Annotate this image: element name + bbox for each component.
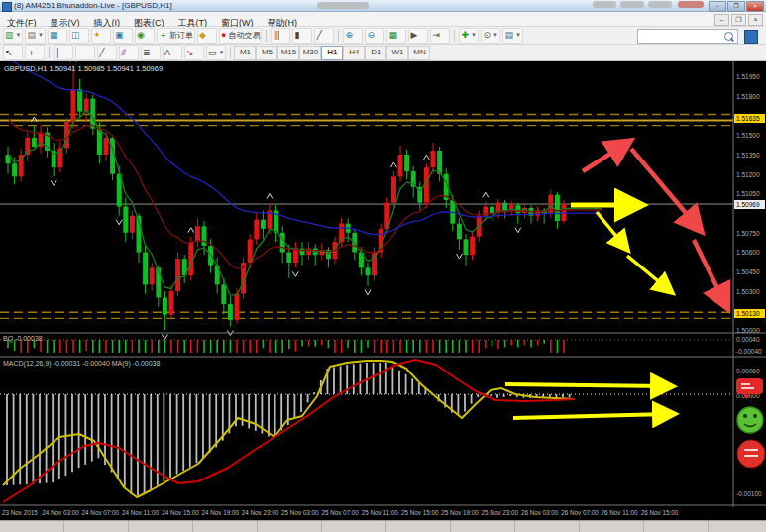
svg-text:25 Nov 03:00: 25 Nov 03:00 [281,509,319,516]
shapes-tool-icon: ▭ [208,47,217,59]
time-axis: 23 Nov 201524 Nov 03:0024 Nov 07:0024 No… [2,509,679,516]
autotrading-button[interactable]: ●自动交易 [219,28,262,44]
mdi-window-controls: –❐× [714,14,763,26]
overlapping-window-fragment [317,2,369,9]
svg-text:24 Nov 15:00: 24 Nov 15:00 [162,509,199,516]
timeframe-d1-button[interactable]: D1 [365,46,386,60]
auto-scroll-button[interactable]: ▶ [408,28,428,44]
autotrading-button-label: 自动交易 [228,29,260,42]
drawing-toolbar: ↖＋│─╱⫻≣A↘▭▼M1M5M15M30H1H4D1W1MN [0,45,766,61]
timeframe-m15-button[interactable]: M15 [277,46,299,60]
mdi-restore-button[interactable]: ❐ [731,14,746,26]
chart-shift-button[interactable]: ⇥ [430,28,450,44]
svg-text:1.51050: 1.51050 [736,190,760,197]
candlestick-chart-icon: ▮ [294,29,299,42]
horizontal-line-tool-button[interactable]: ─ [75,45,95,60]
status-strip [0,520,766,532]
minimize-button[interactable]: – [709,1,726,12]
periods-icon: ⊙ [483,29,491,42]
cursor-tool-icon: ↖ [5,47,13,59]
shapes-tool-button[interactable]: ▭▼ [206,45,226,60]
candlestick-chart-button[interactable]: ▮ [292,28,312,44]
mdi-close-button[interactable]: × [748,14,763,26]
strategy-tester-button[interactable]: ◉ [135,28,155,44]
trendline-tool-icon: ╱ [99,47,104,59]
svg-text:25 Nov 07:00: 25 Nov 07:00 [321,509,359,516]
channel-tool-button[interactable]: ⫻ [119,45,139,60]
title-bar: (8) AM4251 Bhunaddon-Live - [GBPUSD,H1] … [0,0,766,12]
toolbar-separator [230,47,231,58]
macd-indicator-label: MACD(12,26,9) -0.00031 -0.00040 MA(9) -0… [3,360,160,368]
timeframe-m30-button[interactable]: M30 [299,46,321,60]
zoom-out-button[interactable]: ⊖ [365,28,384,44]
line-chart-button[interactable]: ╱ [314,28,334,44]
svg-text:25 Nov 19:00: 25 Nov 19:00 [441,509,479,516]
crosshair-tool-icon: ＋ [27,47,36,59]
restore-button[interactable]: ❐ [727,1,745,12]
svg-text:24 Nov 19:00: 24 Nov 19:00 [202,509,240,516]
data-window-button[interactable]: ◫ [69,28,89,44]
svg-text:1.50000: 1.50000 [736,327,760,334]
horizontal-line-tool-icon: ─ [77,47,83,59]
svg-text:0.00060: 0.00060 [736,368,760,374]
terminal-icon: ▣ [115,29,124,42]
svg-text:24 Nov 03:00: 24 Nov 03:00 [42,509,79,516]
svg-text:25 Nov 11:00: 25 Nov 11:00 [362,509,398,516]
timeframe-h1-button[interactable]: H1 [321,46,343,60]
new-chart-icon: ▥ [5,29,14,42]
market-watch-icon: ▦ [50,29,58,42]
metaeditor-button[interactable]: ◆ [197,28,217,44]
svg-text:24 Nov 11:00: 24 Nov 11:00 [122,509,159,516]
zoom-in-button[interactable]: ⊕ [343,28,363,44]
close-button[interactable]: × [746,1,764,12]
fibonacci-tool-icon: ≣ [143,47,151,59]
timeframe-w1-button[interactable]: W1 [386,46,408,60]
chart-canvas[interactable]: 1.519501.518001.515001.513501.512001.510… [0,61,766,520]
svg-text:26 Nov 11:00: 26 Nov 11:00 [602,509,638,516]
market-watch-button[interactable]: ▦ [48,28,67,44]
timeframe-h4-button[interactable]: H4 [343,46,365,60]
toolbar-separator [49,47,50,58]
svg-text:23 Nov 2015: 23 Nov 2015 [2,509,38,516]
terminal-button[interactable]: ▣ [113,28,133,44]
bar-chart-button[interactable]: ||| [271,28,290,44]
toolbar-separator [266,30,267,42]
svg-text:0.00040: 0.00040 [736,336,760,343]
timeframe-m5-button[interactable]: M5 [256,46,277,60]
new-order-button[interactable]: ＋新订单 [157,28,195,44]
templates-button[interactable]: ▤▼ [502,28,522,44]
crosshair-tool-button[interactable]: ＋ [25,45,45,60]
trendline-tool-button[interactable]: ╱ [97,45,117,60]
window-controls: –❐× [709,1,764,12]
chart-shift-icon: ⇥ [432,29,440,42]
timeframe-mn-button[interactable]: MN [408,46,430,60]
new-chart-button[interactable]: ▥▼ [3,28,23,44]
navigator-icon: ✦ [93,29,101,42]
tile-windows-button[interactable]: ▦ [386,28,406,44]
vertical-line-tool-button[interactable]: │ [54,45,73,60]
text-tool-button[interactable]: A [163,45,182,60]
mdi-minimize-button[interactable]: – [714,14,729,26]
navigator-button[interactable]: ✦ [91,28,111,44]
auto-scroll-icon: ▶ [410,29,417,42]
search-icon[interactable] [724,32,733,41]
timeframe-m1-button[interactable]: M1 [234,46,256,60]
svg-text:-0.00040: -0.00040 [736,348,762,355]
arrows-tool-icon: ↘ [186,47,194,59]
cursor-tool-button[interactable]: ↖ [3,45,23,60]
tile-windows-icon: ▦ [388,29,397,42]
arrows-tool-button[interactable]: ↘ [184,45,204,60]
standard-toolbar: ▥▼▤▼▦◫✦▣◉＋新订单◆●自动交易|||▮╱⊕⊖▦▶⇥✚▼⊙▼▤▼ [0,27,766,45]
indicators-button[interactable]: ✚▼ [459,28,479,44]
svg-text:24 Nov 23:00: 24 Nov 23:00 [242,509,279,516]
vertical-line-tool-icon: │ [55,47,61,59]
help-book-icon[interactable] [744,30,758,44]
search-input[interactable] [638,31,723,42]
svg-text:1.51635: 1.51635 [736,115,760,122]
svg-text:1.51950: 1.51950 [736,73,760,80]
chart-window: 1.519501.518001.515001.513501.512001.510… [0,61,766,520]
periods-button[interactable]: ⊙▼ [481,28,500,44]
fibonacci-tool-button[interactable]: ≣ [141,45,161,60]
profiles-button[interactable]: ▤▼ [25,28,45,44]
bq-indicator-label: BQ -0.00038 [3,335,43,343]
